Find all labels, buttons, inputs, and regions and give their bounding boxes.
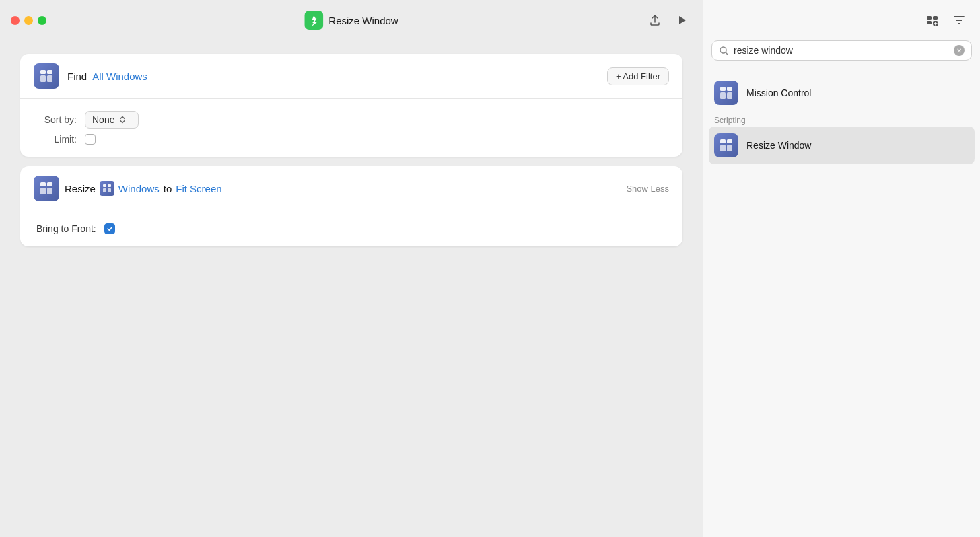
svg-rect-2 (40, 70, 46, 74)
right-toolbar (703, 0, 980, 40)
bring-to-front-label: Bring to Front: (36, 223, 96, 234)
search-clear-button[interactable]: ✕ (954, 45, 965, 56)
resize-card: Resize Windows to Fit Screen Show Less (20, 166, 682, 246)
scripting-section-label: Scripting (703, 112, 980, 127)
limit-checkbox[interactable] (85, 134, 96, 145)
resize-window-svg (719, 138, 734, 153)
svg-rect-12 (103, 188, 106, 192)
svg-rect-5 (47, 75, 53, 82)
windows-grid-icon (39, 69, 54, 83)
svg-rect-8 (40, 188, 46, 194)
resize-card-icon (34, 176, 59, 201)
svg-rect-11 (108, 184, 111, 187)
app-title-group: Resize Window (304, 11, 398, 30)
svg-rect-14 (927, 16, 932, 20)
add-action-icon (925, 13, 939, 27)
find-card-icon (34, 63, 59, 89)
svg-rect-7 (47, 182, 53, 186)
filter-button[interactable] (949, 10, 969, 30)
play-icon (676, 14, 688, 26)
find-label: Find (67, 71, 87, 82)
svg-rect-16 (927, 21, 932, 24)
sort-select[interactable]: None (85, 111, 139, 129)
add-filter-button[interactable]: + Add Filter (607, 67, 669, 85)
svg-rect-3 (47, 70, 53, 74)
svg-rect-22 (720, 92, 726, 99)
to-label: to (164, 183, 172, 194)
svg-rect-4 (40, 75, 46, 82)
search-icon (719, 46, 729, 56)
find-card-body: Sort by: None Limit: (20, 99, 682, 157)
windows-small-icon (100, 181, 114, 196)
sort-row: Sort by: None (36, 108, 666, 131)
right-results-list: Mission Control Scripting Resize Window (703, 69, 980, 537)
add-action-button[interactable] (922, 10, 942, 30)
bring-to-front-checkbox[interactable] (104, 223, 115, 234)
svg-rect-15 (933, 16, 938, 20)
resize-card-body: Bring to Front: (20, 211, 682, 246)
filter-icon (952, 13, 966, 27)
svg-rect-25 (727, 139, 732, 143)
left-panel: Resize Window (0, 0, 703, 537)
svg-marker-1 (679, 16, 686, 24)
svg-rect-21 (727, 87, 732, 91)
find-title-area: Find All Windows (67, 71, 599, 82)
chevron-up-down-icon (118, 116, 127, 124)
fit-screen-link[interactable]: Fit Screen (176, 183, 221, 194)
svg-rect-0 (304, 11, 323, 30)
svg-rect-20 (720, 87, 726, 91)
svg-rect-27 (727, 145, 732, 151)
svg-rect-26 (720, 145, 726, 151)
find-card: Find All Windows + Add Filter Sort by: N… (20, 54, 682, 157)
checkmark-icon (106, 225, 113, 232)
svg-rect-13 (108, 188, 111, 192)
window-controls (11, 16, 46, 25)
share-icon (649, 14, 661, 26)
resize-card-header: Resize Windows to Fit Screen Show Less (20, 166, 682, 211)
resize-window-list-item[interactable]: Resize Window (709, 127, 975, 164)
sort-value: None (92, 114, 114, 125)
right-panel: ✕ Mission Control Scripting (703, 0, 980, 537)
list-item[interactable]: Mission Control (703, 74, 980, 112)
search-bar: ✕ (711, 40, 972, 61)
minimize-button[interactable] (24, 16, 33, 25)
share-button[interactable] (645, 10, 665, 30)
resize-title-group: Resize Windows to Fit Screen (65, 181, 621, 196)
svg-rect-24 (720, 139, 726, 143)
mission-control-icon (714, 81, 738, 105)
mission-control-label: Mission Control (746, 87, 811, 98)
limit-label: Limit: (36, 134, 77, 145)
svg-rect-9 (47, 188, 53, 194)
windows-sm-icon (102, 184, 112, 193)
svg-rect-10 (103, 184, 106, 187)
svg-rect-6 (40, 182, 46, 186)
sort-label: Sort by: (36, 114, 77, 125)
resize-window-label: Resize Window (746, 140, 811, 151)
all-windows-link[interactable]: All Windows (92, 71, 147, 82)
close-button[interactable] (11, 16, 20, 25)
svg-rect-23 (727, 92, 732, 99)
maximize-button[interactable] (38, 16, 46, 25)
bring-to-front-row: Bring to Front: (36, 221, 666, 237)
show-less-button[interactable]: Show Less (626, 184, 669, 194)
find-card-header: Find All Windows + Add Filter (20, 54, 682, 99)
mission-control-svg (719, 85, 734, 100)
content-area: Find All Windows + Add Filter Sort by: N… (0, 40, 703, 537)
resize-windows-icon (39, 181, 54, 196)
shortcuts-app-icon (304, 11, 323, 30)
windows-link[interactable]: Windows (118, 183, 160, 194)
run-button[interactable] (672, 10, 692, 30)
limit-row: Limit: (36, 131, 666, 147)
window-title: Resize Window (328, 15, 398, 26)
resize-label: Resize (65, 183, 96, 194)
title-bar-actions (645, 10, 692, 30)
resize-window-icon (714, 133, 738, 157)
title-bar: Resize Window (0, 0, 703, 40)
search-input[interactable] (734, 45, 949, 56)
